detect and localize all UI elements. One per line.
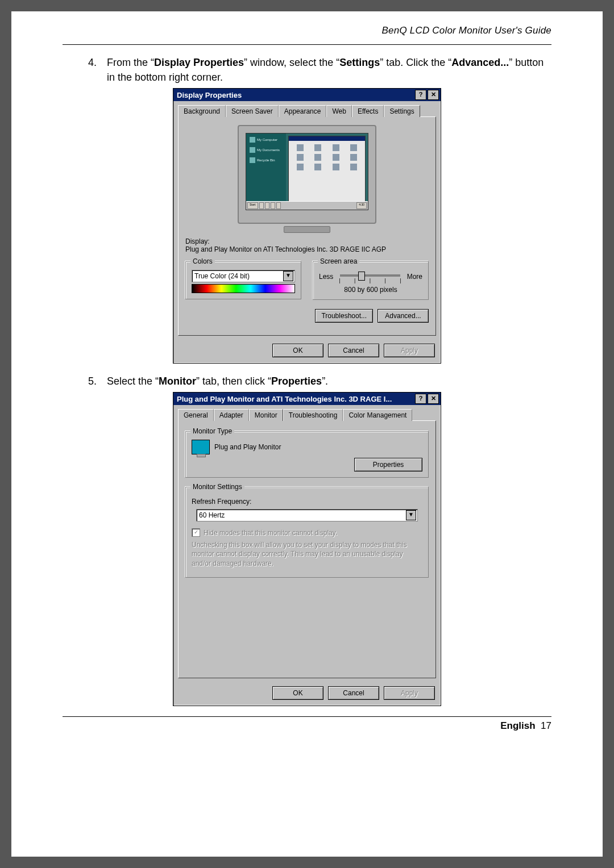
troubleshoot-button[interactable]: Troubleshoot...: [315, 309, 373, 323]
tab-adapter[interactable]: Adapter: [214, 409, 249, 421]
monitor-properties-dialog: Plug and Play Monitor and ATI Technologi…: [173, 392, 441, 706]
settings-panel: My Computer My Documents Recycle Bin: [178, 116, 436, 336]
close-icon[interactable]: ✕: [428, 394, 439, 404]
document-page: BenQ LCD Color Monitor User's Guide 4. F…: [11, 11, 603, 857]
page-header-text: BenQ LCD Color Monitor User's Guide: [63, 25, 551, 36]
tab-troubleshooting[interactable]: Troubleshooting: [283, 409, 343, 421]
tab-general[interactable]: General: [178, 409, 214, 421]
step-text: From the “Display Properties” window, se…: [107, 55, 551, 85]
monitor-preview: My Computer My Documents Recycle Bin: [238, 125, 376, 224]
screen-area-group: Screen area Less ||||| More 800 by 600 p…: [313, 261, 429, 300]
header-rule: [63, 44, 551, 45]
tab-screen-saver[interactable]: Screen Saver: [226, 105, 279, 117]
monitor-name: Plug and Play Monitor: [214, 443, 281, 451]
hide-modes-label: Hide modes that this monitor cannot disp…: [204, 529, 337, 537]
monitor-type-legend: Monitor Type: [190, 427, 234, 435]
dialog-buttons: OK Cancel Apply: [173, 340, 441, 363]
apply-button[interactable]: Apply: [384, 686, 435, 700]
colors-legend: Colors: [190, 257, 215, 265]
tab-web[interactable]: Web: [326, 105, 351, 117]
tab-color-management[interactable]: Color Management: [343, 409, 412, 421]
page-footer: English 17: [63, 720, 551, 732]
dialog-buttons: OK Cancel Apply: [173, 683, 441, 706]
hide-modes-row: ✓ Hide modes that this monitor cannot di…: [192, 528, 422, 537]
titlebar[interactable]: Plug and Play Monitor and ATI Technologi…: [173, 393, 441, 405]
titlebar[interactable]: Display Properties ? ✕: [173, 89, 441, 101]
display-value: Plug and Play Monitor on ATI Technologie…: [185, 245, 429, 253]
tab-settings[interactable]: Settings: [384, 105, 420, 117]
screen-area-legend: Screen area: [318, 257, 359, 265]
step-number: 4.: [63, 55, 107, 85]
properties-button[interactable]: Properties: [354, 458, 422, 471]
resolution-slider[interactable]: [340, 274, 400, 277]
step-number: 5.: [63, 374, 107, 389]
step-text: Select the “Monitor” tab, then click “Pr…: [107, 374, 551, 389]
tab-strip: Background Screen Saver Appearance Web E…: [173, 101, 441, 116]
footer-rule: [63, 716, 551, 717]
monitor-type-group: Monitor Type Plug and Play Monitor Prope…: [185, 431, 429, 478]
display-label: Display:: [185, 237, 429, 245]
advanced-button[interactable]: Advanced...: [377, 309, 429, 323]
tab-monitor[interactable]: Monitor: [249, 409, 283, 421]
tab-background[interactable]: Background: [178, 105, 226, 117]
more-label: More: [407, 273, 422, 281]
ok-button[interactable]: OK: [272, 344, 323, 357]
step-5: 5. Select the “Monitor” tab, then click …: [63, 374, 551, 389]
tab-appearance[interactable]: Appearance: [279, 105, 327, 117]
monitor-settings-group: Monitor Settings Refresh Frequency: 60 H…: [185, 487, 429, 578]
hide-modes-desc: Unchecking this box will allow you to se…: [192, 540, 422, 568]
less-label: Less: [319, 273, 333, 281]
step-4: 4. From the “Display Properties” window,…: [63, 55, 551, 85]
refresh-select[interactable]: 60 Hertz ▼: [196, 509, 418, 521]
monitor-panel: Monitor Type Plug and Play Monitor Prope…: [178, 420, 436, 678]
chevron-down-icon[interactable]: ▼: [406, 510, 416, 520]
tab-effects[interactable]: Effects: [352, 105, 384, 117]
refresh-value: 60 Hertz: [199, 511, 225, 519]
ok-button[interactable]: OK: [272, 686, 323, 700]
colors-select[interactable]: True Color (24 bit) ▼: [192, 270, 295, 282]
color-gradient-preview: [192, 284, 295, 293]
refresh-label: Refresh Frequency:: [192, 498, 422, 506]
tab-strip: General Adapter Monitor Troubleshooting …: [173, 405, 441, 420]
resolution-value: 800 by 600 pixels: [319, 286, 422, 294]
cancel-button[interactable]: Cancel: [328, 686, 379, 700]
colors-value: True Color (24 bit): [194, 272, 250, 280]
help-icon[interactable]: ?: [415, 90, 426, 100]
dialog-title: Display Properties: [177, 91, 242, 99]
display-properties-dialog: Display Properties ? ✕ Background Screen…: [173, 88, 441, 364]
monitor-settings-legend: Monitor Settings: [190, 483, 244, 491]
monitor-icon: [192, 440, 210, 454]
dialog-title: Plug and Play Monitor and ATI Technologi…: [177, 395, 392, 403]
apply-button[interactable]: Apply: [384, 344, 435, 357]
colors-group: Colors True Color (24 bit) ▼: [185, 261, 301, 299]
hide-modes-checkbox: ✓: [192, 528, 200, 537]
chevron-down-icon[interactable]: ▼: [283, 271, 293, 281]
close-icon[interactable]: ✕: [428, 90, 439, 100]
help-icon[interactable]: ?: [415, 394, 426, 404]
cancel-button[interactable]: Cancel: [328, 344, 379, 357]
